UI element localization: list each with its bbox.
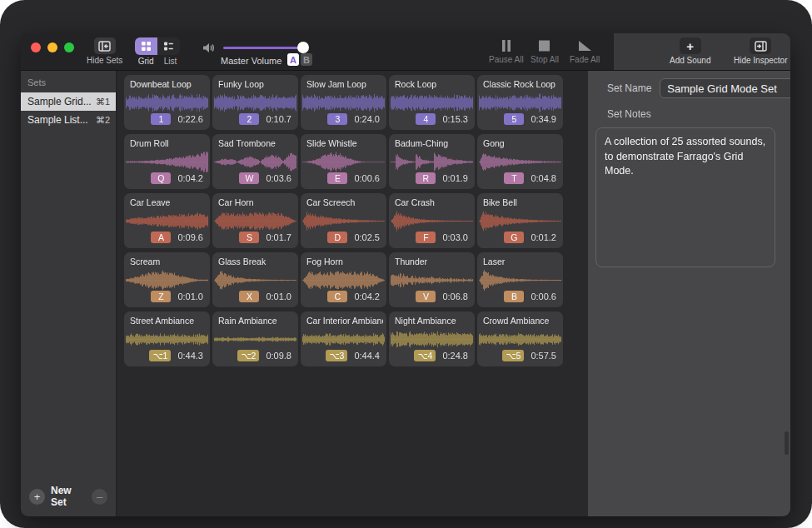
grid-view-button[interactable] xyxy=(135,37,157,55)
grid-list-segmented-control xyxy=(135,37,180,55)
fade-all-button[interactable]: Fade All xyxy=(570,38,600,64)
key-badge: 3 xyxy=(327,113,347,125)
sound-title: Car Leave xyxy=(130,197,207,207)
volume-knob[interactable] xyxy=(297,42,309,53)
sound-tile[interactable]: Street Ambiance⌥10:44.3 xyxy=(124,311,210,366)
sound-tile[interactable]: Fog HornC0:04.2 xyxy=(301,252,386,307)
key-badge: ⌥5 xyxy=(502,350,524,361)
sound-tile[interactable]: Car CrashF0:03.0 xyxy=(389,193,475,248)
add-set-button[interactable]: + xyxy=(29,489,45,505)
stop-all-button[interactable]: Stop All xyxy=(531,38,559,64)
hide-inspector-button[interactable]: Hide Inspector xyxy=(734,37,787,65)
sound-tile[interactable]: Crowd Ambiance⌥50:57.5 xyxy=(477,311,563,366)
sound-tile[interactable]: Rain Ambiance⌥20:09.8 xyxy=(212,311,298,366)
sound-title: Drum Roll xyxy=(130,138,207,148)
sound-tile[interactable]: Downbeat Loop10:22.6 xyxy=(124,75,210,130)
sound-title: Car Interior Ambiance xyxy=(306,316,383,326)
sound-duration: 0:01.9 xyxy=(442,173,468,183)
sound-duration: 0:15.3 xyxy=(442,114,468,124)
sound-tile[interactable]: Car HornS0:01.7 xyxy=(212,193,298,248)
key-badge: 4 xyxy=(416,113,436,125)
sound-tile[interactable]: Night Ambiance⌥40:24.8 xyxy=(389,311,475,366)
sound-duration: 0:34.9 xyxy=(531,114,556,124)
waveform xyxy=(126,210,208,232)
sound-duration: 0:02.5 xyxy=(354,232,380,242)
traffic-lights xyxy=(31,42,74,52)
waveform xyxy=(479,210,561,232)
waveform xyxy=(126,269,208,291)
close-window-button[interactable] xyxy=(31,42,41,52)
sound-tile[interactable]: Car LeaveA0:09.6 xyxy=(124,193,210,248)
waveform xyxy=(391,210,473,232)
sound-tile[interactable]: Car ScreechD0:02.5 xyxy=(301,193,386,248)
zoom-window-button[interactable] xyxy=(64,42,74,52)
sound-tile[interactable]: Sad TromboneW0:03.6 xyxy=(212,134,298,189)
key-badge: E xyxy=(327,172,347,184)
waveform xyxy=(126,328,208,351)
waveform xyxy=(479,151,561,173)
sound-duration: 0:10.7 xyxy=(266,114,291,124)
sound-tile[interactable]: ScreamZ0:01.0 xyxy=(124,252,210,307)
sound-duration: 0:03.0 xyxy=(442,232,468,242)
key-badge: W xyxy=(239,172,259,184)
key-badge: ⌥3 xyxy=(326,350,347,361)
waveform xyxy=(126,151,208,173)
set-list-item[interactable]: Sample Grid...⌘1 xyxy=(21,92,116,111)
pause-all-button[interactable]: Pause All xyxy=(489,38,524,64)
set-list: Sample Grid...⌘1Sample List...⌘2 xyxy=(21,92,116,129)
plus-icon: + xyxy=(680,37,701,54)
sound-title: Glass Break xyxy=(218,257,295,266)
remove-set-button[interactable]: – xyxy=(92,489,107,505)
key-badge: Q xyxy=(151,172,171,184)
sound-tile[interactable]: Glass BreakX0:01.0 xyxy=(212,252,298,307)
waveform xyxy=(302,92,385,114)
add-sound-button[interactable]: + Add Sound xyxy=(670,37,711,65)
sound-tile[interactable]: GongT0:04.8 xyxy=(477,134,563,189)
set-name-input[interactable] xyxy=(660,78,790,98)
sound-tile[interactable]: Car Interior Ambiance⌥30:44.4 xyxy=(301,311,386,366)
stop-icon xyxy=(539,38,550,53)
inspector-panel: Set Name Set Notes A collection of 25 as… xyxy=(587,71,790,516)
sound-tile[interactable]: Slow Jam Loop30:24.0 xyxy=(301,75,386,130)
hide-sets-icon xyxy=(94,37,116,54)
sound-title: Laser xyxy=(483,257,560,266)
waveform xyxy=(302,151,385,173)
sound-title: Car Screech xyxy=(306,197,383,207)
new-set-label[interactable]: New Set xyxy=(51,485,86,508)
sound-tile[interactable]: Classic Rock Loop50:34.9 xyxy=(477,75,563,130)
set-a-button[interactable]: A xyxy=(287,53,299,66)
sound-tile[interactable]: LaserB0:00.6 xyxy=(477,252,563,307)
sound-tile[interactable]: Bike BellG0:01.2 xyxy=(477,193,563,248)
sound-tile[interactable]: Rock Loop40:15.3 xyxy=(389,75,475,130)
sound-tile[interactable]: Drum RollQ0:04.2 xyxy=(124,134,210,189)
sound-title: Thunder xyxy=(395,257,471,266)
sound-duration: 0:04.8 xyxy=(531,173,556,183)
inspector-scrollbar-thumb[interactable] xyxy=(785,431,789,455)
key-badge: T xyxy=(504,172,524,184)
key-badge: X xyxy=(239,291,259,302)
sound-tile[interactable]: Slide WhistleE0:00.6 xyxy=(301,134,386,189)
minimize-window-button[interactable] xyxy=(47,42,57,52)
grid-icon xyxy=(141,41,152,52)
sound-title: Fog Horn xyxy=(306,257,383,266)
key-badge: ⌥4 xyxy=(414,350,436,361)
set-notes-textarea[interactable]: A collection of 25 assorted sounds, to d… xyxy=(595,127,775,267)
set-b-button[interactable]: B xyxy=(301,53,312,66)
sound-tile[interactable]: ThunderV0:06.8 xyxy=(389,252,475,307)
sound-tile[interactable]: Badum-ChingR0:01.9 xyxy=(389,134,475,189)
hide-sets-button[interactable]: Hide Sets xyxy=(87,37,122,65)
key-badge: V xyxy=(416,291,436,302)
toolbar-inspector-section: + Add Sound Hide Inspector xyxy=(614,33,790,71)
key-badge: 1 xyxy=(151,113,171,125)
sound-tile[interactable]: Funky Loop20:10.7 xyxy=(212,75,298,130)
waveform xyxy=(391,269,473,291)
sound-duration: 0:24.0 xyxy=(354,114,380,124)
sidebar-footer: + New Set – xyxy=(21,485,116,508)
list-view-button[interactable] xyxy=(157,37,180,55)
master-volume-slider[interactable] xyxy=(223,47,308,49)
sound-duration: 0:03.6 xyxy=(266,173,291,183)
list-label: List xyxy=(164,57,177,66)
list-icon xyxy=(163,41,174,52)
sound-duration: 0:06.8 xyxy=(442,291,468,301)
set-list-item[interactable]: Sample List...⌘2 xyxy=(21,111,116,129)
